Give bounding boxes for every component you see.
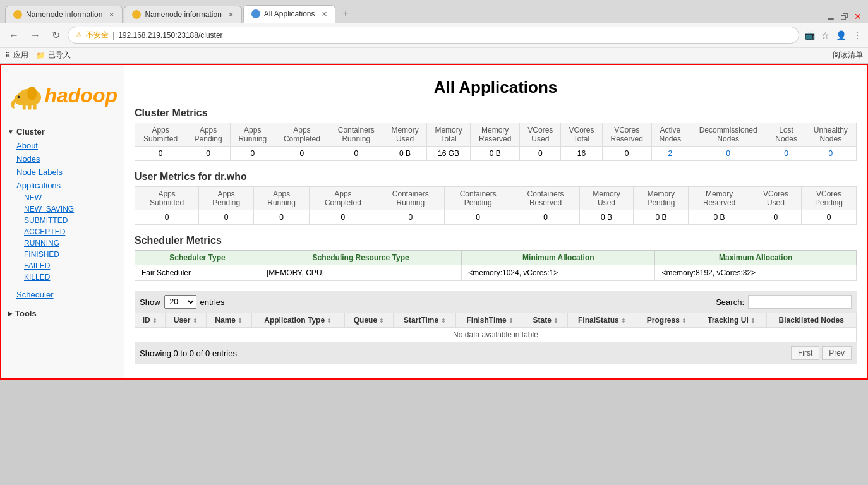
ucol-apps-submitted: AppsSubmitted <box>135 187 199 210</box>
col-user[interactable]: User ⇕ <box>165 313 206 328</box>
val-unhealthy-nodes[interactable]: 0 <box>805 147 856 161</box>
bookmark-star-icon[interactable]: ☆ <box>820 29 831 42</box>
col-vcores-used: VCoresUsed <box>520 123 561 147</box>
sidebar-tools-title[interactable]: ▶ Tools <box>1 306 124 321</box>
sval-resource-type: [MEMORY, CPU] <box>260 265 461 281</box>
sval-scheduler-type: Fair Scheduler <box>135 265 260 281</box>
cluster-arrow-icon: ▼ <box>8 128 14 135</box>
address-text[interactable]: 192.168.219.150:23188/cluster <box>118 31 791 40</box>
uval-containers-pending: 0 <box>444 210 512 225</box>
new-tab-button[interactable]: + <box>337 4 355 23</box>
minimize-button[interactable]: 🗕 <box>825 10 836 23</box>
val-lost-nodes[interactable]: 0 <box>768 147 805 161</box>
user-metrics-table: AppsSubmitted AppsPending AppsRunning Ap… <box>135 186 857 225</box>
col-final-status[interactable]: FinalStatus ⇕ <box>567 313 637 328</box>
tab-namenode-1[interactable]: Namenode information ✕ <box>5 6 123 23</box>
ucol-apps-running: AppsRunning <box>254 187 310 210</box>
sidebar-item-accepted[interactable]: ACCEPTED <box>1 226 124 237</box>
sidebar-item-failed[interactable]: FAILED <box>1 260 124 272</box>
page-container: hadoop ▼ Cluster About Nodes Node Labels… <box>0 64 868 380</box>
val-decommissioned-nodes[interactable]: 0 <box>689 147 768 161</box>
sidebar-item-finished[interactable]: FINISHED <box>1 249 124 260</box>
prev-page-button[interactable]: Prev <box>822 346 852 360</box>
sidebar-item-applications[interactable]: Applications <box>1 179 124 192</box>
sidebar-item-node-labels[interactable]: Node Labels <box>1 165 124 179</box>
uval-apps-pending: 0 <box>199 210 254 225</box>
tab-close-2[interactable]: ✕ <box>228 11 234 19</box>
tab-favicon-1 <box>13 10 22 19</box>
col-start-time[interactable]: StartTime ⇕ <box>394 313 456 328</box>
scol-max-alloc: Maximum Allocation <box>655 251 857 265</box>
profile-icon[interactable]: 👤 <box>835 29 848 42</box>
uval-apps-running: 0 <box>254 210 310 225</box>
menu-icon[interactable]: ⋮ <box>852 29 863 42</box>
sidebar-item-running[interactable]: RUNNING <box>1 237 124 249</box>
sval-max-alloc: <memory:8192, vCores:32> <box>655 265 857 281</box>
svg-point-1 <box>15 93 28 105</box>
folder-icon: 📁 <box>36 51 45 60</box>
tab-all-applications[interactable]: All Applications ✕ <box>243 5 335 23</box>
col-name[interactable]: Name ⇕ <box>206 313 251 328</box>
col-app-type[interactable]: Application Type ⇕ <box>251 313 344 328</box>
maximize-button[interactable]: 🗗 <box>839 10 850 23</box>
col-containers-running: ContainersRunning <box>329 123 383 147</box>
sidebar-item-submitted[interactable]: SUBMITTED <box>1 215 124 226</box>
forward-button[interactable]: → <box>27 28 44 42</box>
sidebar-item-new-saving[interactable]: NEW_SAVING <box>1 203 124 215</box>
search-input[interactable] <box>748 295 852 309</box>
tab-label-1: Namenode information <box>26 10 102 19</box>
tab-close-1[interactable]: ✕ <box>109 11 114 19</box>
svg-rect-4 <box>23 104 26 110</box>
entries-select[interactable]: 20 50 100 <box>164 295 196 309</box>
address-bar[interactable]: ⚠ 不安全 | 192.168.219.150:23188/cluster <box>68 27 799 44</box>
apps-grid-icon: ⠿ <box>5 51 11 60</box>
val-memory-used: 0 B <box>383 147 427 161</box>
tools-arrow-icon: ▶ <box>8 310 13 317</box>
val-active-nodes[interactable]: 2 <box>651 147 689 161</box>
user-metrics-title: User Metrics for dr.who <box>135 171 857 183</box>
col-id[interactable]: ID ⇕ <box>135 313 166 328</box>
sidebar-item-nodes[interactable]: Nodes <box>1 152 124 165</box>
col-tracking-ui[interactable]: Tracking UI ⇕ <box>697 313 766 328</box>
ucol-vcores-used: VCoresUsed <box>750 187 801 210</box>
entries-bar: Show 20 50 100 entries Search: <box>135 291 857 313</box>
svg-point-3 <box>27 87 37 100</box>
col-state[interactable]: State ⇕ <box>524 313 567 328</box>
first-page-button[interactable]: First <box>791 346 819 360</box>
col-lost-nodes: LostNodes <box>768 123 805 147</box>
ucol-memory-pending: MemoryPending <box>634 187 689 210</box>
col-finish-time[interactable]: FinishTime ⇕ <box>456 313 524 328</box>
sidebar-item-scheduler[interactable]: Scheduler <box>1 288 124 301</box>
sidebar-cluster-title[interactable]: ▼ Cluster <box>1 124 124 139</box>
sidebar: hadoop ▼ Cluster About Nodes Node Labels… <box>1 65 124 378</box>
bookmarks-imported[interactable]: 📁 已导入 <box>36 50 71 61</box>
cluster-metrics-title: Cluster Metrics <box>135 107 857 119</box>
tab-bar: Namenode information ✕ Namenode informat… <box>0 0 868 23</box>
close-button[interactable]: ✕ <box>853 10 863 23</box>
svg-rect-5 <box>28 104 31 110</box>
ucol-apps-pending: AppsPending <box>199 187 254 210</box>
val-apps-pending: 0 <box>186 147 231 161</box>
security-label: 不安全 <box>86 30 109 40</box>
tab-close-3[interactable]: ✕ <box>322 10 327 18</box>
cast-icon[interactable]: 📺 <box>803 29 816 42</box>
back-button[interactable]: ← <box>5 28 23 42</box>
col-blacklisted[interactable]: Blacklisted Nodes <box>766 313 856 328</box>
reader-mode-label[interactable]: 阅读清单 <box>833 50 863 61</box>
sidebar-scheduler-area: Scheduler <box>1 288 124 301</box>
col-memory-total: MemoryTotal <box>427 123 471 147</box>
col-queue[interactable]: Queue ⇕ <box>344 313 394 328</box>
tab-namenode-2[interactable]: Namenode information ✕ <box>124 6 241 23</box>
bookmark-imported-label: 已导入 <box>48 50 71 61</box>
search-label: Search: <box>716 297 744 307</box>
reload-button[interactable]: ↻ <box>48 28 64 42</box>
sidebar-item-killed[interactable]: KILLED <box>1 272 124 283</box>
col-progress[interactable]: Progress ⇕ <box>637 313 697 328</box>
val-containers-running: 0 <box>329 147 383 161</box>
tab-favicon-3 <box>251 9 260 18</box>
val-vcores-reserved: 0 <box>602 147 651 161</box>
col-unhealthy-nodes: UnhealthyNodes <box>805 123 856 147</box>
sidebar-item-about[interactable]: About <box>1 139 124 152</box>
sidebar-item-new[interactable]: NEW <box>1 192 124 203</box>
bookmarks-apps[interactable]: ⠿ 应用 <box>5 50 28 61</box>
